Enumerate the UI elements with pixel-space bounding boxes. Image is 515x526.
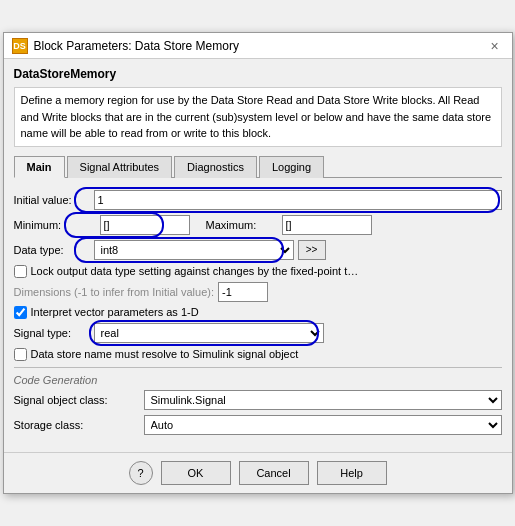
dialog-title: Block Parameters: Data Store Memory <box>34 39 239 53</box>
titlebar-left: DS Block Parameters: Data Store Memory <box>12 38 239 54</box>
data-type-select[interactable]: int8 double single int16 int32 uint8 uin… <box>94 240 294 260</box>
form-section: Initial value: Minimum: Maximum: Data ty… <box>14 186 502 444</box>
resolve-label: Data store name must resolve to Simulink… <box>31 348 299 360</box>
cancel-button[interactable]: Cancel <box>239 461 309 485</box>
block-description: Define a memory region for use by the Da… <box>14 87 502 147</box>
resolve-row: Data store name must resolve to Simulink… <box>14 348 502 361</box>
minimum-label: Minimum: <box>14 219 94 231</box>
divider <box>14 367 502 368</box>
initial-value-label: Initial value: <box>14 194 94 206</box>
initial-value-input[interactable] <box>94 190 502 210</box>
signal-type-row: Signal type: real complex <box>14 323 502 343</box>
signal-type-select[interactable]: real complex <box>94 323 324 343</box>
lock-output-checkbox[interactable] <box>14 265 27 278</box>
tab-diagnostics[interactable]: Diagnostics <box>174 156 257 178</box>
initial-value-row: Initial value: <box>14 190 502 210</box>
dialog-window: DS Block Parameters: Data Store Memory ×… <box>3 32 513 494</box>
maximum-label: Maximum: <box>206 219 276 231</box>
data-type-row: Data type: int8 double single int16 int3… <box>14 240 502 260</box>
dialog-icon: DS <box>12 38 28 54</box>
signal-object-class-label: Signal object class: <box>14 394 144 406</box>
tab-logging[interactable]: Logging <box>259 156 324 178</box>
interpret-vector-checkbox[interactable] <box>14 306 27 319</box>
tab-main[interactable]: Main <box>14 156 65 178</box>
signal-object-class-row: Signal object class: Simulink.Signal <box>14 390 502 410</box>
tab-signal-attributes[interactable]: Signal Attributes <box>67 156 173 178</box>
titlebar: DS Block Parameters: Data Store Memory × <box>4 33 512 59</box>
maximum-input[interactable] <box>282 215 372 235</box>
storage-class-select[interactable]: Auto <box>144 415 502 435</box>
ok-button[interactable]: OK <box>161 461 231 485</box>
dialog-body: DataStoreMemory Define a memory region f… <box>4 59 512 452</box>
chevron-button[interactable]: >> <box>298 240 326 260</box>
code-gen-label: Code Generation <box>14 374 502 386</box>
dimensions-input[interactable] <box>218 282 268 302</box>
dimensions-row: Dimensions (-1 to infer from Initial val… <box>14 282 502 302</box>
minimum-input[interactable] <box>100 215 190 235</box>
data-type-label: Data type: <box>14 244 94 256</box>
lock-output-label: Lock output data type setting against ch… <box>31 265 359 277</box>
storage-class-row: Storage class: Auto <box>14 415 502 435</box>
interpret-vector-label: Interpret vector parameters as 1-D <box>31 306 199 318</box>
dimensions-label: Dimensions (-1 to infer from Initial val… <box>14 286 215 298</box>
tabs-container: Main Signal Attributes Diagnostics Loggi… <box>14 155 502 178</box>
min-max-row: Minimum: Maximum: <box>14 215 502 235</box>
block-name: DataStoreMemory <box>14 67 502 81</box>
lock-output-row: Lock output data type setting against ch… <box>14 265 502 278</box>
interpret-vector-row: Interpret vector parameters as 1-D <box>14 306 502 319</box>
footer: ? OK Cancel Help <box>4 452 512 493</box>
help-button[interactable]: Help <box>317 461 387 485</box>
signal-object-class-select[interactable]: Simulink.Signal <box>144 390 502 410</box>
close-button[interactable]: × <box>486 37 504 55</box>
help-icon[interactable]: ? <box>129 461 153 485</box>
resolve-checkbox[interactable] <box>14 348 27 361</box>
signal-type-label: Signal type: <box>14 327 94 339</box>
storage-class-label: Storage class: <box>14 419 144 431</box>
